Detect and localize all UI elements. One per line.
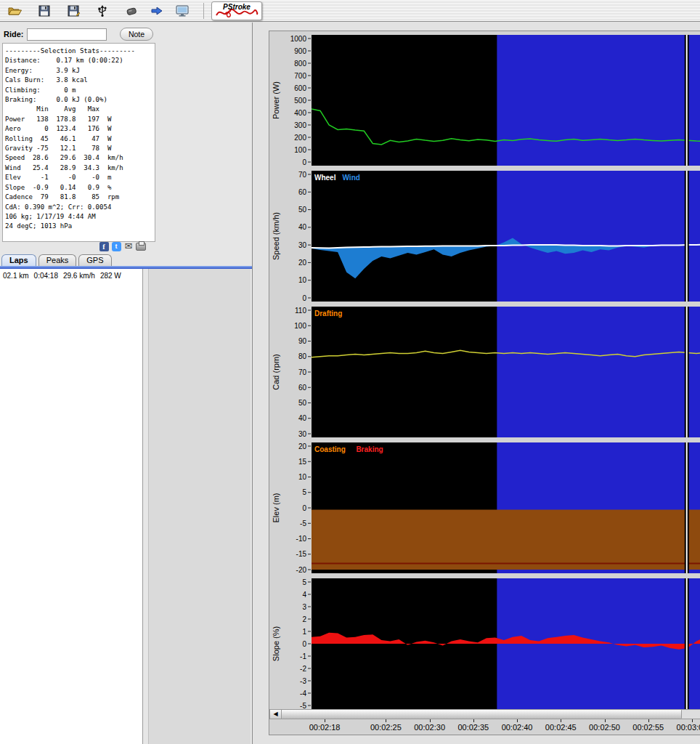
legend-braking: Braking: [356, 445, 383, 453]
y-tick-label: 500: [294, 97, 306, 105]
save-as-button[interactable]: [62, 1, 84, 20]
y-tick-label: 30: [298, 241, 307, 249]
y-tick-label: 50: [298, 206, 307, 214]
y-tick-label: -20: [296, 566, 307, 574]
x-tick: [561, 719, 561, 722]
open-folder-icon: [8, 5, 23, 17]
left-panel: Ride: Note ---------Selection Stats-----…: [0, 23, 253, 744]
selection-region[interactable]: [497, 35, 700, 166]
laps-list: 02.1 km 0:04:18 29.6 km/h 282 W: [0, 269, 143, 744]
scroll-left-button[interactable]: ◀: [270, 710, 282, 719]
x-tick: [605, 719, 606, 722]
y-tick-label: 15: [298, 458, 307, 466]
y-tick-label: 10: [298, 276, 307, 284]
y-tick-label: -5: [300, 519, 306, 527]
y-tick-label: 5: [302, 578, 306, 586]
x-tick: [386, 719, 386, 722]
y-tick-label: 40: [298, 414, 307, 422]
usb-device-button[interactable]: [91, 1, 113, 20]
x-tick-label: 00:02:55: [632, 723, 664, 732]
cursor-line[interactable]: [686, 307, 688, 437]
pstroke-logo-label: PStroke: [212, 3, 261, 11]
selection-region[interactable]: [497, 171, 700, 302]
x-tick: [692, 719, 693, 722]
usb-icon: [96, 4, 109, 17]
pstroke-logo-button[interactable]: PStroke: [211, 1, 262, 20]
open-file-button[interactable]: [4, 1, 26, 20]
chart-svg-elevation[interactable]: -20-15-10-505101520Elev (m)CoastingBraki…: [269, 442, 700, 573]
x-tick-label: 00:02:25: [370, 723, 402, 732]
y-tick-label: 100: [294, 146, 306, 154]
note-button[interactable]: Note: [120, 28, 153, 41]
chart-svg-cadence[interactable]: 30405060708090100110Cad (rpm)Drafting: [269, 307, 700, 437]
y-tick-label: 60: [298, 384, 307, 392]
x-tick: [473, 719, 474, 722]
y-tick-label: 3: [302, 603, 306, 611]
twitter-icon: t: [112, 242, 121, 251]
x-tick: [517, 719, 518, 722]
y-tick-label: 0: [302, 640, 306, 648]
y-tick-label: 30: [298, 430, 307, 438]
ride-name-input[interactable]: [27, 28, 107, 41]
cursor-line[interactable]: [686, 442, 688, 573]
charts-panel: 01002003004005006007008009001000Power (W…: [269, 31, 700, 735]
printer-icon: [136, 243, 146, 251]
tab-bar: Laps Peaks GPS: [1, 254, 114, 267]
y-tick-label: 1: [302, 628, 306, 636]
horizontal-scrollbar[interactable]: ◀: [269, 709, 700, 719]
y-tick-label: 600: [294, 84, 306, 92]
save-button[interactable]: [33, 1, 55, 20]
elevation-fill-series: [312, 510, 700, 570]
scrollbar-thumb[interactable]: [282, 710, 682, 719]
chart-slope[interactable]: -5-4-3-2-1012345Slope (%): [269, 578, 700, 709]
mail-icon: ✉: [125, 241, 133, 251]
y-tick-label: 200: [294, 134, 306, 142]
download-to-computer-button[interactable]: [171, 1, 193, 20]
chart-svg-speed[interactable]: 010203040506070Speed (km/h)WheelWind: [269, 171, 700, 302]
power-meter-device-button[interactable]: [121, 1, 142, 20]
cursor-line[interactable]: [686, 171, 688, 302]
y-tick-label: 0: [302, 504, 306, 512]
tab-peaks[interactable]: Peaks: [38, 254, 77, 267]
selection-region[interactable]: [497, 307, 700, 437]
y-tick-label: 70: [298, 368, 307, 376]
tab-gps[interactable]: GPS: [78, 254, 111, 267]
y-tick-label: 100: [294, 322, 306, 330]
cursor-line[interactable]: [686, 35, 688, 166]
chart-speed[interactable]: 010203040506070Speed (km/h)WheelWind: [269, 171, 700, 302]
transfer-button[interactable]: [150, 1, 164, 20]
twitter-share-button[interactable]: t: [111, 241, 121, 251]
app-window: { "toolbar": { "buttons": [ {"name": "op…: [0, 0, 700, 744]
cursor-line[interactable]: [686, 578, 688, 709]
y-tick-label: -4: [300, 690, 306, 698]
y-tick-label: -5: [300, 702, 306, 710]
y-axis-title: Slope (%): [272, 626, 280, 661]
lap-distance: 02.1 km: [3, 272, 29, 280]
y-tick-label: 400: [294, 109, 306, 117]
y-tick-label: 4: [302, 591, 306, 599]
y-tick-label: -2: [300, 665, 306, 673]
chart-power[interactable]: 01002003004005006007008009001000Power (W…: [269, 35, 700, 166]
chart-elevation[interactable]: -20-15-10-505101520Elev (m)CoastingBraki…: [269, 442, 700, 573]
facebook-share-button[interactable]: f: [99, 241, 109, 251]
lap-row[interactable]: 02.1 km 0:04:18 29.6 km/h 282 W: [0, 269, 142, 283]
x-tick: [325, 719, 325, 722]
chart-svg-power[interactable]: 01002003004005006007008009001000Power (W…: [269, 35, 700, 166]
charts-stack: 01002003004005006007008009001000Power (W…: [269, 35, 700, 709]
save-as-floppy-icon: [67, 4, 80, 17]
chart-svg-slope[interactable]: -5-4-3-2-1012345Slope (%): [269, 578, 700, 709]
y-tick-label: 900: [294, 47, 306, 55]
y-tick-label: 1000: [290, 35, 307, 43]
email-share-button[interactable]: ✉: [123, 241, 134, 251]
print-button[interactable]: [136, 241, 146, 251]
tab-laps[interactable]: Laps: [1, 254, 36, 267]
y-tick-label: 5: [302, 488, 306, 496]
ride-row: Ride: Note: [4, 27, 153, 41]
y-tick-label: 80: [298, 352, 307, 360]
y-tick-label: 70: [298, 171, 307, 179]
xaxis-row: 00:02:1800:02:2500:02:3000:02:3500:02:40…: [269, 719, 700, 735]
legend-coasting: Coasting: [314, 445, 346, 453]
selection-stats-box: ---------Selection Stats--------- Distan…: [2, 43, 155, 242]
chart-cadence[interactable]: 30405060708090100110Cad (rpm)Drafting: [269, 307, 700, 437]
x-tick-label: 00:02:35: [457, 723, 489, 732]
